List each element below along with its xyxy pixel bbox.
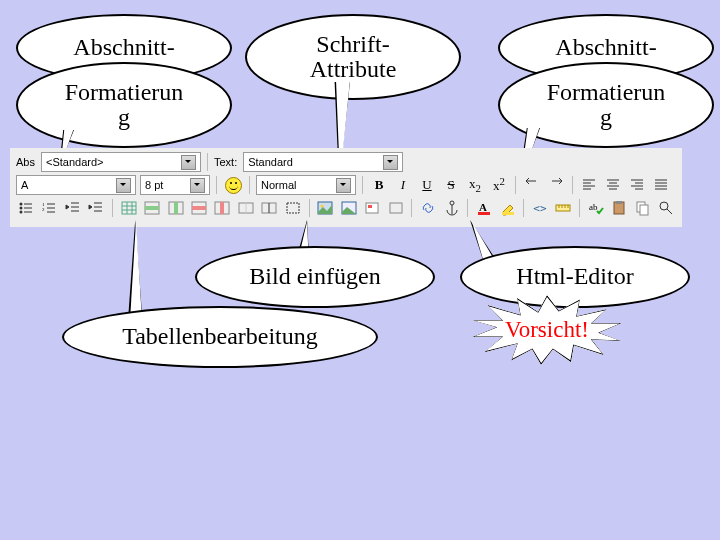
outdent-icon: [65, 200, 81, 216]
formatting-toolbar: Abs <Standard> Text: Standard A 8 pt Nor…: [10, 148, 682, 227]
table-icon: [121, 200, 137, 216]
svg-text:2: 2: [42, 207, 45, 212]
spellcheck-button[interactable]: ab: [586, 198, 605, 218]
callout-text: Formatierung: [547, 80, 666, 130]
superscript-button[interactable]: x2: [489, 175, 509, 195]
indent-button[interactable]: [86, 198, 105, 218]
table-button[interactable]: [119, 198, 138, 218]
align-left-icon: [581, 177, 597, 193]
spellcheck-icon: ab: [588, 200, 604, 216]
merge-cells-button[interactable]: [236, 198, 255, 218]
paste-icon: [611, 200, 627, 216]
dropdown-icon: [181, 155, 196, 170]
ltr-button[interactable]: [522, 175, 542, 195]
smiley-button[interactable]: [223, 175, 243, 195]
italic-button[interactable]: I: [393, 175, 413, 195]
dropdown-icon: [383, 155, 398, 170]
callout-text: Abschnitt-: [73, 35, 174, 60]
underline-button[interactable]: U: [417, 175, 437, 195]
bold-icon: B: [375, 177, 384, 193]
copy-button[interactable]: [633, 198, 652, 218]
bold-button[interactable]: B: [369, 175, 389, 195]
font-family-combo[interactable]: A: [16, 175, 136, 195]
insert-image2-button[interactable]: [339, 198, 358, 218]
callout-text: Html-Editor: [516, 264, 633, 289]
dropdown-icon: [336, 178, 351, 193]
callout-text: Schrift-Attribute: [310, 32, 397, 82]
strikethrough-button[interactable]: S: [441, 175, 461, 195]
svg-rect-11: [192, 206, 206, 210]
indent-icon: [88, 200, 104, 216]
subscript-icon: x2: [469, 176, 481, 194]
copy-icon: [635, 200, 651, 216]
bubble-tail-fill: [130, 222, 150, 320]
html-source-icon: <>: [533, 202, 546, 215]
svg-text:A: A: [479, 201, 487, 213]
paragraph-style-combo[interactable]: <Standard>: [41, 152, 201, 172]
separator: [411, 199, 412, 217]
separator: [572, 176, 573, 194]
find-replace-button[interactable]: [657, 198, 676, 218]
ruler-icon: [555, 200, 571, 216]
insert-frame-button[interactable]: [386, 198, 405, 218]
anchor-button[interactable]: [442, 198, 461, 218]
separator: [579, 199, 580, 217]
split-icon: [261, 200, 277, 216]
table-delete-row-button[interactable]: [189, 198, 208, 218]
find-icon: [658, 200, 674, 216]
separator: [523, 199, 524, 217]
svg-rect-7: [145, 206, 159, 210]
font-size-combo[interactable]: 8 pt: [140, 175, 210, 195]
table-col-icon: [168, 200, 184, 216]
html-source-button[interactable]: <>: [530, 198, 549, 218]
callout-html-editor: Html-Editor: [460, 246, 690, 308]
object-icon: [364, 200, 380, 216]
insert-object-button[interactable]: [363, 198, 382, 218]
highlight-color-button[interactable]: [498, 198, 517, 218]
borders-icon: [285, 200, 301, 216]
ltr-icon: [524, 177, 540, 193]
highlight-icon: [500, 200, 516, 216]
table-insert-row-button[interactable]: [142, 198, 161, 218]
separator: [309, 199, 310, 217]
align-center-button[interactable]: [603, 175, 623, 195]
insert-image-button[interactable]: [316, 198, 335, 218]
paste-button[interactable]: [610, 198, 629, 218]
font-weight-combo[interactable]: Normal: [256, 175, 356, 195]
image-icon: [317, 200, 333, 216]
align-left-button[interactable]: [579, 175, 599, 195]
callout-formatierung-left: Formatierung: [16, 62, 232, 148]
text-style-combo[interactable]: Standard: [243, 152, 403, 172]
ruler-button[interactable]: [554, 198, 573, 218]
align-justify-button[interactable]: [651, 175, 671, 195]
rtl-icon: [548, 177, 564, 193]
svg-point-33: [660, 202, 668, 210]
split-cells-button[interactable]: [260, 198, 279, 218]
bullet-list-button[interactable]: [16, 198, 35, 218]
rtl-button[interactable]: [546, 175, 566, 195]
insert-link-button[interactable]: [418, 198, 437, 218]
align-right-icon: [629, 177, 645, 193]
numbered-list-icon: 12: [41, 200, 57, 216]
toolbar-row-3: 12 A <> ab: [16, 198, 676, 218]
align-center-icon: [605, 177, 621, 193]
cell-borders-button[interactable]: [283, 198, 302, 218]
font-color-icon: A: [476, 200, 492, 216]
svg-rect-22: [390, 203, 402, 213]
align-justify-icon: [653, 177, 669, 193]
outdent-button[interactable]: [63, 198, 82, 218]
merge-icon: [238, 200, 254, 216]
table-delete-col-button[interactable]: [213, 198, 232, 218]
numbered-list-button[interactable]: 12: [39, 198, 58, 218]
svg-rect-25: [478, 212, 490, 215]
dropdown-icon: [116, 178, 131, 193]
subscript-button[interactable]: x2: [465, 175, 485, 195]
link-icon: [420, 200, 436, 216]
strikethrough-icon: S: [447, 177, 454, 193]
table-insert-col-button[interactable]: [166, 198, 185, 218]
align-right-button[interactable]: [627, 175, 647, 195]
svg-point-0: [19, 203, 22, 206]
svg-rect-26: [502, 212, 514, 215]
font-color-button[interactable]: A: [474, 198, 493, 218]
svg-text:ab: ab: [589, 202, 598, 212]
